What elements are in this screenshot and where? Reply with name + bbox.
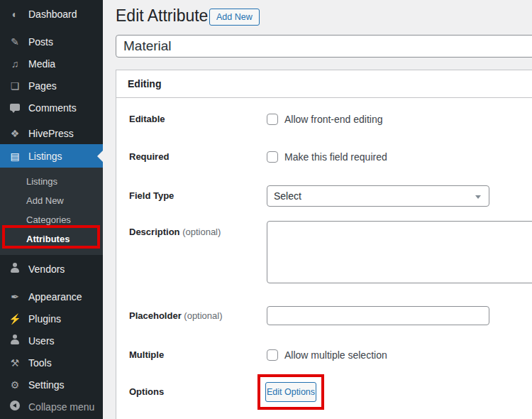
hivepress-icon: ❖ xyxy=(8,128,22,139)
pages-icon: ❏ xyxy=(8,80,22,92)
field-type-select[interactable]: Select xyxy=(267,185,489,207)
menu-separator xyxy=(0,25,103,31)
add-new-button[interactable]: Add New xyxy=(209,9,260,26)
sidebar-item-vendors[interactable]: Vendors xyxy=(0,258,103,280)
sidebar-item-label: Posts xyxy=(28,36,53,48)
editing-metabox: Editing Editable Allow front-end editing… xyxy=(116,70,532,419)
admin-sidebar: ◐ Dashboard ✎ Posts ♫ Media ❏ Pages Comm… xyxy=(0,0,103,419)
sidebar-item-label: HivePress xyxy=(28,128,74,139)
required-checkbox-label: Make this field required xyxy=(284,151,387,163)
sidebar-item-dashboard[interactable]: ◐ Dashboard xyxy=(0,3,103,25)
attribute-title-input[interactable] xyxy=(116,35,532,58)
editable-checkbox-label: Allow front-end editing xyxy=(284,114,383,125)
sidebar-item-label: Settings xyxy=(28,379,65,391)
options-row: Options Edit Options xyxy=(116,374,532,410)
sidebar-item-comments[interactable]: Comments xyxy=(0,97,103,119)
media-icon: ♫ xyxy=(8,58,22,70)
sidebar-item-settings[interactable]: ⚙ Settings xyxy=(0,374,103,396)
sidebar-item-label: Media xyxy=(28,58,55,70)
required-checkbox[interactable] xyxy=(267,151,278,163)
multiple-checkbox-wrap[interactable]: Allow multiple selection xyxy=(267,349,387,361)
edit-options-highlight-rectangle: Edit Options xyxy=(257,374,324,410)
sidebar-item-tools[interactable]: ⚒ Tools xyxy=(0,352,103,374)
collapse-menu-icon xyxy=(8,401,22,413)
sidebar-item-label: Comments xyxy=(28,102,77,114)
sidebar-item-listings[interactable]: ▤ Listings xyxy=(0,144,103,168)
sidebar-item-pages[interactable]: ❏ Pages xyxy=(0,75,103,97)
listings-icon: ▤ xyxy=(8,151,22,162)
sidebar-item-posts[interactable]: ✎ Posts xyxy=(0,31,103,53)
plugins-icon: ⚡ xyxy=(8,313,22,325)
submenu-item-listings[interactable]: Listings xyxy=(0,172,103,191)
editable-checkbox-wrap[interactable]: Allow front-end editing xyxy=(267,114,383,125)
sidebar-item-collapse-menu[interactable]: Collapse menu xyxy=(0,396,103,418)
multiple-checkbox-label: Allow multiple selection xyxy=(284,349,387,361)
sidebar-item-appearance[interactable]: ✒ Appearance xyxy=(0,285,103,308)
admin-menu: ◐ Dashboard ✎ Posts ♫ Media ❏ Pages Comm… xyxy=(0,3,103,168)
editable-label: Editable xyxy=(129,114,260,124)
sidebar-item-users[interactable]: Users xyxy=(0,330,103,352)
placeholder-label: Placeholder (optional) xyxy=(129,306,260,325)
sidebar-item-label: Users xyxy=(28,335,55,347)
options-label: Options xyxy=(129,382,260,402)
dashboard-icon: ◐ xyxy=(8,9,22,20)
sidebar-item-label: Vendors xyxy=(28,263,65,275)
page-title: Edit Attribute xyxy=(116,6,208,26)
sidebar-item-label: Pages xyxy=(28,80,57,92)
chevron-down-icon xyxy=(475,195,481,199)
placeholder-optional-hint: (optional) xyxy=(184,310,222,321)
sidebar-item-media[interactable]: ♫ Media xyxy=(0,53,103,75)
required-label: Required xyxy=(129,151,260,162)
field-type-selected-value: Select xyxy=(274,190,301,202)
main-content: Edit Attribute Add New Editing Editable … xyxy=(103,0,532,419)
multiple-label: Multiple xyxy=(129,349,260,360)
editable-checkbox[interactable] xyxy=(267,114,278,125)
sidebar-item-label: Collapse menu xyxy=(28,401,94,413)
sidebar-item-plugins[interactable]: ⚡ Plugins xyxy=(0,308,103,330)
edit-options-button[interactable]: Edit Options xyxy=(265,382,316,402)
field-type-label: Field Type xyxy=(129,185,260,207)
users-icon xyxy=(8,334,22,347)
submenu-item-attributes[interactable]: Attributes xyxy=(0,229,103,249)
placeholder-input[interactable] xyxy=(267,306,489,325)
sidebar-item-label: Dashboard xyxy=(28,9,77,20)
sidebar-item-label: Appearance xyxy=(28,291,82,303)
sidebar-item-label: Plugins xyxy=(28,313,61,325)
settings-icon: ⚙ xyxy=(8,379,22,391)
placeholder-row: Placeholder (optional) xyxy=(116,306,532,325)
menu-separator xyxy=(0,280,103,285)
metabox-title: Editing xyxy=(116,70,532,98)
required-checkbox-wrap[interactable]: Make this field required xyxy=(267,151,387,163)
posts-icon: ✎ xyxy=(8,36,22,48)
sidebar-item-label: Listings xyxy=(28,151,62,162)
appearance-icon: ✒ xyxy=(8,291,22,303)
description-textarea[interactable] xyxy=(267,221,532,283)
submenu-item-categories[interactable]: Categories xyxy=(0,210,103,229)
submenu-item-add-new[interactable]: Add New xyxy=(0,191,103,210)
description-label: Description (optional) xyxy=(129,227,260,237)
multiple-checkbox[interactable] xyxy=(267,349,278,361)
listings-submenu: Listings Add New Categories Attributes xyxy=(0,168,103,255)
sidebar-item-hivepress[interactable]: ❖ HivePress xyxy=(0,122,103,144)
metabox-body: Editable Allow front-end editing Require… xyxy=(116,98,532,419)
description-optional-hint: (optional) xyxy=(182,227,221,237)
vendors-icon xyxy=(8,263,22,275)
sidebar-item-label: Tools xyxy=(28,357,52,369)
admin-menu-lower: Vendors ✒ Appearance ⚡ Plugins Users ⚒ T… xyxy=(0,258,103,418)
tools-icon: ⚒ xyxy=(8,357,22,369)
comments-icon xyxy=(8,102,22,114)
field-type-row: Field Type Select xyxy=(116,185,532,207)
